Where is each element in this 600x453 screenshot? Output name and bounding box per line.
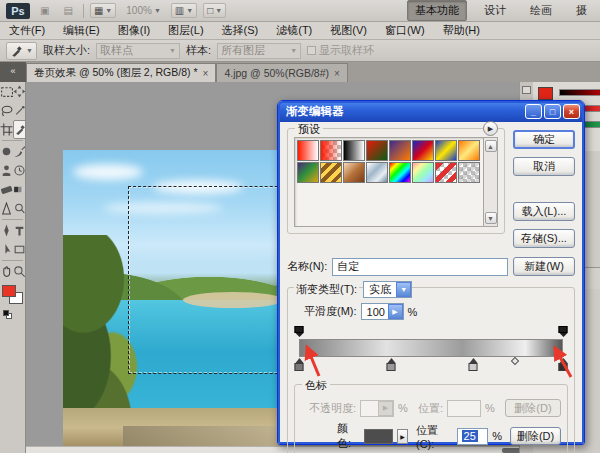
color-stop-0[interactable] bbox=[295, 358, 304, 371]
bridge-icon[interactable]: ▣ bbox=[36, 3, 53, 18]
sample-select[interactable]: 所有图层▼ bbox=[217, 43, 301, 59]
tool-crop[interactable] bbox=[0, 120, 13, 139]
scroll-down-icon[interactable]: ▼ bbox=[485, 212, 497, 224]
preset-swatch-spectrum[interactable] bbox=[389, 162, 411, 183]
tool-eyedropper[interactable] bbox=[13, 120, 26, 139]
spin-icon[interactable]: ▶ bbox=[388, 304, 403, 319]
screen-mode-icon[interactable]: □ ▼ bbox=[203, 3, 226, 18]
gradient-editor-dialog: 渐变编辑器 _ □ × 预设 ▶ ▲ ▼ 确定 取消 bbox=[277, 100, 585, 445]
menu-图像I[interactable]: 图像(I) bbox=[109, 22, 159, 39]
foreground-color-chip[interactable] bbox=[2, 285, 16, 297]
zoom-level-value[interactable]: 100% ▼ bbox=[122, 3, 165, 18]
tool-dodge[interactable] bbox=[13, 199, 26, 218]
show-sampling-ring-checkbox[interactable]: 显示取样环 bbox=[307, 43, 374, 58]
tool-pen[interactable] bbox=[0, 221, 13, 240]
gradient-type-select[interactable]: 实底 ▼ bbox=[363, 281, 412, 298]
opacity-stop-0[interactable] bbox=[295, 326, 304, 337]
preset-swatch-red-green[interactable] bbox=[366, 140, 388, 161]
position-c-input[interactable]: 25 bbox=[457, 428, 489, 445]
tool-move[interactable] bbox=[13, 82, 26, 101]
preset-swatch-gold-stripes[interactable] bbox=[320, 162, 342, 183]
tool-rectangular-marquee[interactable] bbox=[0, 82, 13, 101]
close-button[interactable]: × bbox=[563, 104, 580, 119]
preset-swatch-black-white[interactable] bbox=[343, 140, 365, 161]
menu-选择S[interactable]: 选择(S) bbox=[213, 22, 268, 39]
sample-size-select[interactable]: 取样点▼ bbox=[96, 43, 180, 59]
default-colors-icon[interactable] bbox=[2, 309, 26, 321]
tool-magic-wand[interactable] bbox=[13, 101, 26, 120]
selection-marquee[interactable] bbox=[128, 186, 279, 374]
tool-brush[interactable] bbox=[13, 142, 26, 161]
tool-gradient[interactable] bbox=[13, 180, 26, 199]
tool-sharpen[interactable] bbox=[0, 199, 13, 218]
preset-swatch-light-spectrum[interactable] bbox=[412, 162, 434, 183]
preset-swatch-transparent-noise[interactable] bbox=[458, 162, 480, 183]
preset-swatch-red-stripes-transparent[interactable] bbox=[435, 162, 457, 183]
tab-close-icon[interactable]: × bbox=[203, 68, 209, 79]
opacity-stop-100[interactable] bbox=[559, 326, 568, 337]
tool-history-brush[interactable] bbox=[13, 161, 26, 180]
menu-视图V[interactable]: 视图(V) bbox=[321, 22, 376, 39]
tool-clone-stamp[interactable] bbox=[0, 161, 13, 180]
red-slider[interactable] bbox=[559, 89, 600, 96]
zoom-tools-icon[interactable]: ▦ ▼ bbox=[90, 3, 116, 18]
workspace-3[interactable]: 绘画 bbox=[523, 1, 559, 20]
new-button[interactable]: 新建(W) bbox=[513, 257, 575, 276]
scroll-up-icon[interactable]: ▲ bbox=[485, 140, 497, 152]
menu-滤镜T[interactable]: 滤镜(T) bbox=[267, 22, 321, 39]
tab-close-icon[interactable]: × bbox=[334, 68, 340, 79]
dialog-title-bar[interactable]: 渐变编辑器 _ □ × bbox=[278, 101, 584, 122]
preset-swatch-foreground-to-background[interactable] bbox=[297, 140, 319, 161]
preset-swatch-orange-yellow-orange[interactable] bbox=[458, 140, 480, 161]
name-input[interactable]: 自定 bbox=[332, 258, 508, 276]
save-button[interactable]: 存储(S)... bbox=[513, 229, 575, 248]
tool-path-select[interactable] bbox=[0, 240, 13, 259]
tool-shape[interactable] bbox=[13, 240, 26, 259]
menu-文件F[interactable]: 文件(F) bbox=[0, 22, 54, 39]
midpoint-diamond[interactable] bbox=[511, 357, 519, 365]
cancel-button[interactable]: 取消 bbox=[513, 157, 575, 176]
delete-color-button[interactable]: 删除(D) bbox=[510, 427, 561, 445]
color-flyout-icon[interactable]: ▶ bbox=[397, 429, 408, 444]
minimize-button[interactable]: _ bbox=[525, 104, 542, 119]
view-extras-icon[interactable]: ▤ bbox=[59, 3, 76, 18]
color-stop-35[interactable] bbox=[387, 358, 396, 371]
maximize-button[interactable]: □ bbox=[544, 104, 561, 119]
dropdown-icon[interactable]: ▼ bbox=[396, 282, 411, 297]
menu-编辑E[interactable]: 编辑(E) bbox=[54, 22, 109, 39]
workspace-1[interactable]: 基本功能 bbox=[407, 0, 467, 21]
color-stop-100[interactable] bbox=[559, 358, 568, 371]
menu-窗口W[interactable]: 窗口(W) bbox=[376, 22, 434, 39]
document-tab-2[interactable]: 4.jpg @ 50%(RGB/8#)× bbox=[216, 63, 347, 82]
preset-swatch-violet-green-orange[interactable] bbox=[297, 162, 319, 183]
document-tab-1[interactable]: 卷页效果 @ 50% (图层 2, RGB/8) *× bbox=[26, 63, 216, 82]
collapsed-panel-icon[interactable] bbox=[522, 86, 531, 94]
tool-eraser[interactable] bbox=[0, 180, 13, 199]
preset-swatch-copper[interactable] bbox=[343, 162, 365, 183]
workspace-4[interactable]: 摄 bbox=[569, 1, 594, 20]
presets-flyout-button[interactable]: ▶ bbox=[483, 121, 498, 136]
ok-button[interactable]: 确定 bbox=[513, 130, 575, 149]
menu-帮助H[interactable]: 帮助(H) bbox=[434, 22, 489, 39]
toolbar-collapse-icon[interactable]: « bbox=[0, 62, 26, 82]
eyedropper-tool-chip[interactable]: ▼ bbox=[6, 42, 37, 60]
tool-lasso[interactable] bbox=[0, 101, 13, 120]
tool-hand[interactable] bbox=[0, 262, 13, 281]
color-stop-66[interactable] bbox=[469, 358, 478, 371]
stop-color-swatch[interactable] bbox=[364, 429, 393, 444]
menu-图层L[interactable]: 图层(L) bbox=[159, 22, 212, 39]
workspace-2[interactable]: 设计 bbox=[477, 1, 513, 20]
tool-healing-brush[interactable] bbox=[0, 142, 13, 161]
preset-swatch-chrome[interactable] bbox=[366, 162, 388, 183]
preset-swatch-foreground-to-transparent[interactable] bbox=[320, 140, 342, 161]
arrange-documents-icon[interactable]: ▥ ▼ bbox=[171, 3, 197, 18]
tool-type[interactable] bbox=[13, 221, 26, 240]
preset-swatch-blue-yellow-blue[interactable] bbox=[435, 140, 457, 161]
preset-swatch-blue-red-yellow[interactable] bbox=[412, 140, 434, 161]
smoothness-input[interactable]: 100 ▶ bbox=[361, 303, 404, 320]
tool-zoom[interactable] bbox=[13, 262, 26, 281]
preset-swatch-violet-orange[interactable] bbox=[389, 140, 411, 161]
load-button[interactable]: 载入(L)... bbox=[513, 202, 575, 221]
presets-scrollbar[interactable]: ▲ ▼ bbox=[483, 138, 497, 226]
color-panel-swatch[interactable] bbox=[538, 87, 553, 100]
